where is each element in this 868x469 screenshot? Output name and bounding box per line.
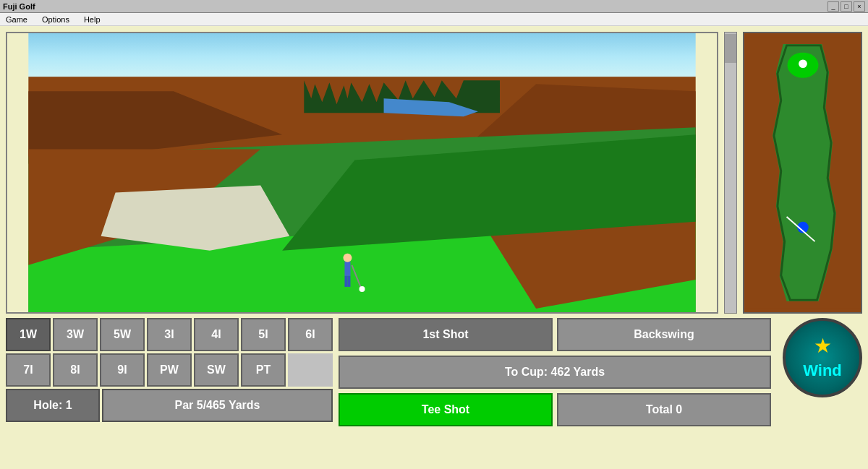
club-grid-area: 1W 3W 5W 3I 4I 5I 6I 7I 8I 9I PW SW PT H…	[6, 318, 333, 426]
svg-point-22	[799, 59, 807, 68]
par-badge: Par 5/465 Yards	[102, 389, 333, 422]
distance-bar: To Cup: 462 Yards	[339, 356, 771, 389]
club-pt[interactable]: PT	[241, 353, 286, 387]
club-9i[interactable]: 9I	[100, 353, 145, 387]
main-content: 1W 3W 5W 3I 4I 5I 6I 7I 8I 9I PW SW PT H…	[0, 26, 868, 469]
wind-indicator: ★ Wind	[783, 318, 862, 397]
club-pw[interactable]: PW	[147, 353, 192, 387]
minimap	[743, 32, 862, 314]
hole-info-row: Hole: 1 Par 5/465 Yards	[6, 389, 333, 422]
vertical-scrollbar[interactable]	[724, 32, 737, 314]
wind-label: Wind	[803, 361, 842, 380]
club-3w[interactable]: 3W	[53, 318, 98, 351]
club-row-1: 1W 3W 5W 3I 4I 5I 6I	[6, 318, 333, 351]
minimize-button[interactable]: _	[827, 1, 839, 12]
club-sw[interactable]: SW	[194, 353, 239, 387]
club-empty	[288, 353, 333, 387]
window-controls: _ □ ×	[827, 1, 865, 12]
backswing-button[interactable]: Backswing	[557, 318, 771, 351]
svg-rect-12	[344, 262, 350, 276]
window-title: Fuji Golf	[3, 2, 35, 11]
club-1w[interactable]: 1W	[6, 318, 51, 351]
menu-help[interactable]: Help	[81, 15, 103, 24]
first-shot-button[interactable]: 1st Shot	[339, 318, 553, 351]
menu-options[interactable]: Options	[39, 15, 72, 24]
svg-point-13	[343, 254, 352, 262]
svg-rect-0	[28, 33, 695, 80]
club-4i[interactable]: 4I	[194, 318, 239, 351]
shot-row-1: 1st Shot Backswing	[339, 318, 771, 351]
club-5w[interactable]: 5W	[100, 318, 145, 351]
club-7i[interactable]: 7I	[6, 353, 51, 387]
svg-rect-15	[347, 276, 350, 287]
tee-shot-button[interactable]: Tee Shot	[339, 393, 553, 426]
minimap-svg	[744, 33, 861, 312]
club-5i[interactable]: 5I	[241, 318, 286, 351]
right-controls: 1st Shot Backswing To Cup: 462 Yards Tee…	[339, 318, 771, 426]
game-viewport[interactable]	[6, 32, 718, 314]
menubar: Game Options Help	[0, 13, 868, 26]
bottom-section: 1W 3W 5W 3I 4I 5I 6I 7I 8I 9I PW SW PT H…	[6, 318, 862, 426]
top-section	[6, 32, 862, 314]
scrollbar-thumb[interactable]	[725, 34, 736, 63]
club-8i[interactable]: 8I	[53, 353, 98, 387]
svg-rect-14	[344, 276, 347, 287]
maximize-button[interactable]: □	[841, 1, 852, 12]
game-scene	[7, 33, 717, 312]
shot-row-2: Tee Shot Total 0	[339, 393, 771, 426]
club-3i[interactable]: 3I	[147, 318, 192, 351]
wind-star-icon: ★	[814, 334, 832, 358]
svg-point-17	[359, 286, 365, 292]
club-row-2: 7I 8I 9I PW SW PT	[6, 353, 333, 387]
close-button[interactable]: ×	[854, 1, 865, 12]
hole-badge: Hole: 1	[6, 389, 100, 422]
club-6i[interactable]: 6I	[288, 318, 333, 351]
menu-game[interactable]: Game	[3, 15, 30, 24]
titlebar: Fuji Golf _ □ ×	[0, 0, 868, 13]
total-bar: Total 0	[557, 393, 771, 426]
